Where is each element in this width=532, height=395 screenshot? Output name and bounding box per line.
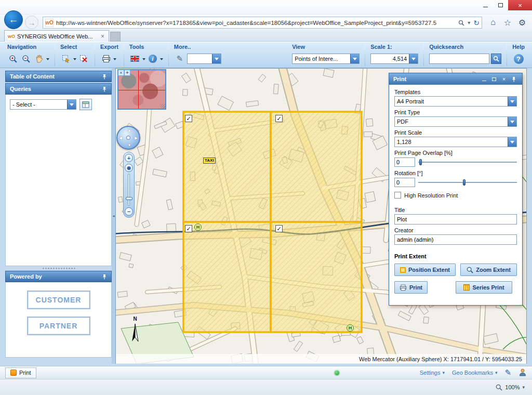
tab-close-icon[interactable]: × [100, 33, 105, 40]
navigation-group-label: Navigation [7, 44, 49, 51]
zoom-extent-button[interactable]: Zoom Extent [460, 264, 517, 276]
address-bar[interactable]: wO http://w-ws-wintner/WebOffice/synserv… [43, 17, 482, 29]
print-panel-restore-icon[interactable] [490, 75, 498, 83]
queries-pin-icon[interactable] [102, 86, 107, 92]
quicksearch-button[interactable] [491, 54, 501, 64]
overlap-input[interactable] [394, 157, 415, 167]
new-tab-button[interactable] [110, 32, 121, 42]
browser-forward-button[interactable]: → [25, 16, 38, 29]
browser-tab[interactable]: wO SYNERGIS WebOffice Web... × [4, 30, 109, 42]
window-close-button[interactable]: × [508, 0, 532, 10]
print-button[interactable]: Print [394, 281, 428, 294]
window-maximize-button[interactable] [493, 0, 508, 10]
select-features-icon[interactable] [60, 53, 72, 64]
geo-bookmarks-menu[interactable]: Geo Bookmarks▾ [452, 370, 497, 376]
refresh-icon[interactable]: ↻ [473, 19, 480, 27]
pan-control[interactable]: ▲ ▼ ◀ ▶ [116, 126, 140, 150]
print-page-checkbox[interactable]: ✓ [275, 115, 283, 122]
measure-tool-icon[interactable]: ✎ [174, 53, 185, 64]
print-tool-icon[interactable] [100, 53, 112, 64]
print-scale-label: Print Scale [394, 129, 517, 136]
language-flag-icon[interactable] [129, 53, 141, 64]
clear-selection-icon[interactable] [78, 53, 89, 64]
sidebar-resize-handle[interactable] [5, 266, 112, 271]
customer-logo[interactable]: CUSTOMER [27, 291, 90, 309]
north-label: N [133, 316, 137, 322]
info-dropdown-icon[interactable] [160, 58, 163, 62]
powered-by-header[interactable]: Powered by [5, 271, 112, 282]
pan-left-icon[interactable]: ◀ [119, 136, 122, 140]
rotation-input[interactable] [394, 178, 415, 187]
settings-gear-icon[interactable]: ⚙ [515, 16, 529, 29]
language-dropdown-icon[interactable] [142, 58, 145, 62]
print-page-checkbox[interactable]: ✓ [185, 225, 192, 232]
position-extent-button[interactable]: Position Extent [394, 264, 456, 276]
powered-by-pin-icon[interactable] [102, 274, 107, 280]
select-dropdown-icon[interactable] [73, 58, 76, 62]
print-panel: Print × Templates A4 Portrait Print Type… [389, 73, 523, 306]
zoom-out-tool-icon[interactable] [20, 53, 32, 64]
print-page-checkbox[interactable]: ✓ [185, 115, 192, 122]
settings-menu[interactable]: Settings▾ [420, 370, 445, 376]
zoom-in-tool-icon[interactable] [7, 53, 19, 64]
zoom-slider-thumb[interactable] [126, 197, 132, 200]
view-select[interactable]: Points of Intere... [292, 54, 360, 64]
query-table-icon[interactable] [79, 99, 92, 110]
url-search-icon[interactable] [458, 20, 464, 26]
help-icon[interactable]: ? [514, 54, 524, 64]
print-scale-select[interactable]: 1,128 [394, 137, 517, 147]
quicksearch-input[interactable] [429, 54, 489, 64]
browser-zoom-level: 100% [505, 384, 520, 390]
pan-center-button[interactable] [126, 136, 130, 140]
print-panel-close-icon[interactable]: × [500, 75, 508, 83]
north-arrow: N [128, 316, 142, 345]
toc-pin-icon[interactable] [102, 74, 107, 80]
print-taskbar-tab[interactable]: Print [5, 367, 36, 378]
high-resolution-checkbox[interactable] [394, 192, 401, 199]
print-panel-header[interactable]: Print × [389, 73, 522, 85]
browser-zoom-control[interactable]: 100% ▾ [496, 384, 532, 391]
print-panel-minimize-icon[interactable] [480, 75, 488, 83]
scale-select[interactable]: 4,514 [370, 54, 418, 64]
overview-close-icon[interactable]: × [118, 70, 124, 76]
favorites-star-icon[interactable]: ☆ [501, 16, 514, 29]
zoom-in-button[interactable]: + [125, 154, 133, 162]
rotation-slider[interactable] [418, 179, 517, 186]
app-toolbar: Navigation Select Export Tools i [0, 42, 532, 68]
pan-hand-icon[interactable] [33, 53, 45, 64]
zoom-slider[interactable] [128, 174, 130, 206]
partner-logo[interactable]: PARTNER [27, 317, 90, 335]
window-minimize-button[interactable] [478, 0, 493, 10]
overlap-slider[interactable] [418, 159, 517, 166]
table-of-content-header[interactable]: Table of Content [5, 71, 112, 82]
sidebar-collapse-handle[interactable]: ◂ [112, 68, 115, 364]
pan-right-icon[interactable]: ▶ [135, 136, 138, 140]
print-panel-pin-icon[interactable] [510, 75, 518, 83]
pan-up-icon[interactable]: ▲ [127, 128, 131, 133]
print-page-checkbox[interactable]: ✓ [275, 225, 283, 232]
navigation-dropdown-icon[interactable] [46, 58, 49, 62]
overview-map[interactable]: × + [117, 69, 166, 110]
url-dropdown-icon[interactable]: ▾ [468, 20, 470, 25]
user-account-icon[interactable] [518, 368, 527, 377]
more-tools-select[interactable] [187, 54, 221, 64]
creator-label: Creator [394, 227, 517, 233]
title-input[interactable] [394, 214, 517, 225]
pan-down-icon[interactable]: ▼ [127, 143, 131, 148]
overview-resize-grip[interactable] [161, 104, 165, 109]
templates-select[interactable]: A4 Portrait [394, 96, 517, 107]
print-type-select[interactable]: PDF [394, 116, 517, 127]
home-icon[interactable]: ⌂ [486, 16, 500, 29]
browser-back-button[interactable]: ← [4, 10, 23, 29]
full-extent-button[interactable]: ◉ [125, 164, 133, 172]
info-tool-icon[interactable]: i [147, 53, 158, 64]
queries-select[interactable]: - Select - [10, 99, 76, 110]
queries-header[interactable]: Queries [5, 83, 112, 95]
overview-move-icon[interactable]: + [124, 70, 130, 76]
zoom-out-button[interactable]: − [125, 207, 133, 216]
url-text[interactable]: http://w-ws-wintner/WebOffice/synserver?… [56, 20, 458, 26]
redlining-pen-icon[interactable]: ✎ [504, 368, 511, 377]
creator-input[interactable] [394, 234, 517, 245]
series-print-button[interactable]: Series Print [456, 281, 512, 294]
export-dropdown-icon[interactable] [113, 58, 116, 62]
